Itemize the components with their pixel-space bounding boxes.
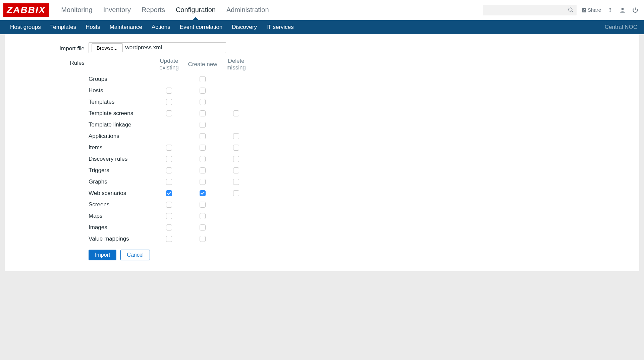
rules-cell xyxy=(186,179,219,185)
rules-row-label: Graphs xyxy=(89,178,152,185)
rules-row-label: Template linkage xyxy=(89,121,152,128)
rules-checkbox-delete[interactable] xyxy=(233,167,239,173)
page-body: Import file Browse... wordpress.xml Rule… xyxy=(0,34,644,360)
rules-checkbox-create[interactable] xyxy=(200,213,206,219)
file-field[interactable]: Browse... wordpress.xml xyxy=(89,42,226,53)
rules-cell xyxy=(152,236,186,242)
subnav-item-discovery[interactable]: Discovery xyxy=(227,24,262,31)
subnav-item-hosts[interactable]: Hosts xyxy=(81,24,105,31)
rules-checkbox-create[interactable] xyxy=(200,179,206,185)
mainnav-item-inventory[interactable]: Inventory xyxy=(98,0,136,20)
rules-checkbox-update[interactable] xyxy=(166,167,172,173)
mainnav-item-administration[interactable]: Administration xyxy=(221,0,274,20)
help-icon[interactable] xyxy=(607,6,613,14)
subnav-item-actions[interactable]: Actions xyxy=(147,24,175,31)
rules-checkbox-update[interactable] xyxy=(166,88,172,94)
rules-cell xyxy=(152,88,186,94)
cancel-button[interactable]: Cancel xyxy=(120,250,150,260)
rules-checkbox-create[interactable] xyxy=(200,156,206,162)
rules-cell xyxy=(219,110,253,116)
rules-checkbox-update[interactable] xyxy=(166,190,172,196)
rules-cell xyxy=(152,190,186,196)
rules-label: Rules xyxy=(5,58,89,66)
rules-checkbox-create[interactable] xyxy=(200,202,206,208)
rules-cell xyxy=(186,133,219,139)
rules-cell xyxy=(152,224,186,230)
z-icon: Z xyxy=(582,8,586,12)
rules-cell xyxy=(186,156,219,162)
rules-checkbox-update[interactable] xyxy=(166,213,172,219)
subnav-right-label: Central NOC xyxy=(605,24,639,31)
rules-cell xyxy=(186,110,219,116)
rules-checkbox-delete[interactable] xyxy=(233,145,239,151)
rules-checkbox-create[interactable] xyxy=(200,99,206,105)
user-icon[interactable] xyxy=(619,7,626,13)
rules-checkbox-update[interactable] xyxy=(166,179,172,185)
rules-checkbox-create[interactable] xyxy=(200,88,206,94)
logo[interactable]: ZABBIX xyxy=(3,3,49,17)
search-box[interactable] xyxy=(483,5,577,15)
mainnav-item-monitoring[interactable]: Monitoring xyxy=(56,0,98,20)
rules-cell xyxy=(219,190,253,196)
rules-checkbox-update[interactable] xyxy=(166,202,172,208)
rules-checkbox-create[interactable] xyxy=(200,190,206,196)
rules-checkbox-create[interactable] xyxy=(200,133,206,139)
rules-checkbox-create[interactable] xyxy=(200,122,206,128)
rules-checkbox-update[interactable] xyxy=(166,145,172,151)
svg-point-3 xyxy=(622,8,624,10)
form-buttons: Import Cancel xyxy=(89,250,639,260)
svg-point-0 xyxy=(569,8,572,11)
rules-cell xyxy=(186,76,219,82)
rules-checkbox-create[interactable] xyxy=(200,145,206,151)
rules-row-label: Screens xyxy=(89,201,152,208)
search-input[interactable] xyxy=(485,7,568,13)
mainnav-item-reports[interactable]: Reports xyxy=(136,0,170,20)
subnav-item-it-services[interactable]: IT services xyxy=(262,24,299,31)
rules-checkbox-create[interactable] xyxy=(200,167,206,173)
rules-checkbox-delete[interactable] xyxy=(233,110,239,116)
mainnav-item-configuration[interactable]: Configuration xyxy=(170,0,221,20)
rules-col-delete: Delete missing xyxy=(219,58,253,71)
subnav-item-maintenance[interactable]: Maintenance xyxy=(105,24,147,31)
svg-point-2 xyxy=(610,11,610,11)
rules-row-label: Groups xyxy=(89,76,152,83)
rules-checkbox-delete[interactable] xyxy=(233,179,239,185)
subnav-item-host-groups[interactable]: Host groups xyxy=(5,24,46,31)
rules-cell xyxy=(152,110,186,116)
rules-checkbox-update[interactable] xyxy=(166,236,172,242)
search-icon[interactable] xyxy=(568,7,574,13)
rules-checkbox-delete[interactable] xyxy=(233,133,239,139)
rules-checkbox-create[interactable] xyxy=(200,224,206,230)
rules-checkbox-create[interactable] xyxy=(200,236,206,242)
top-icons: Z Share xyxy=(582,6,639,14)
rules-row-label: Images xyxy=(89,224,152,231)
rules-col-create: Create new xyxy=(186,61,219,68)
rules-row-label: Items xyxy=(89,144,152,151)
subnav-item-event-correlation[interactable]: Event correlation xyxy=(175,24,227,31)
rules-cell xyxy=(186,224,219,230)
rules-cell xyxy=(186,190,219,196)
rules-checkbox-update[interactable] xyxy=(166,224,172,230)
import-button[interactable]: Import xyxy=(89,250,116,260)
rules-checkbox-delete[interactable] xyxy=(233,156,239,162)
share-button[interactable]: Z Share xyxy=(582,7,601,13)
rules-checkbox-update[interactable] xyxy=(166,110,172,116)
rules-cell xyxy=(186,122,219,128)
rules-cell xyxy=(152,179,186,185)
rules-checkbox-update[interactable] xyxy=(166,99,172,105)
rules-checkbox-create[interactable] xyxy=(200,110,206,116)
rules-cell xyxy=(219,179,253,185)
power-icon[interactable] xyxy=(632,7,639,13)
rules-checkbox-delete[interactable] xyxy=(233,190,239,196)
rules-cell xyxy=(186,202,219,208)
rules-cell xyxy=(186,213,219,219)
rules-checkbox-create[interactable] xyxy=(200,76,206,82)
subnav-item-templates[interactable]: Templates xyxy=(46,24,81,31)
rules-checkbox-update[interactable] xyxy=(166,156,172,162)
rules-cell xyxy=(186,99,219,105)
main-nav: MonitoringInventoryReportsConfigurationA… xyxy=(56,0,274,20)
rules-cell xyxy=(152,213,186,219)
topbar: ZABBIX MonitoringInventoryReportsConfigu… xyxy=(0,0,644,20)
browse-button[interactable]: Browse... xyxy=(92,43,123,52)
rules-cell xyxy=(186,236,219,242)
